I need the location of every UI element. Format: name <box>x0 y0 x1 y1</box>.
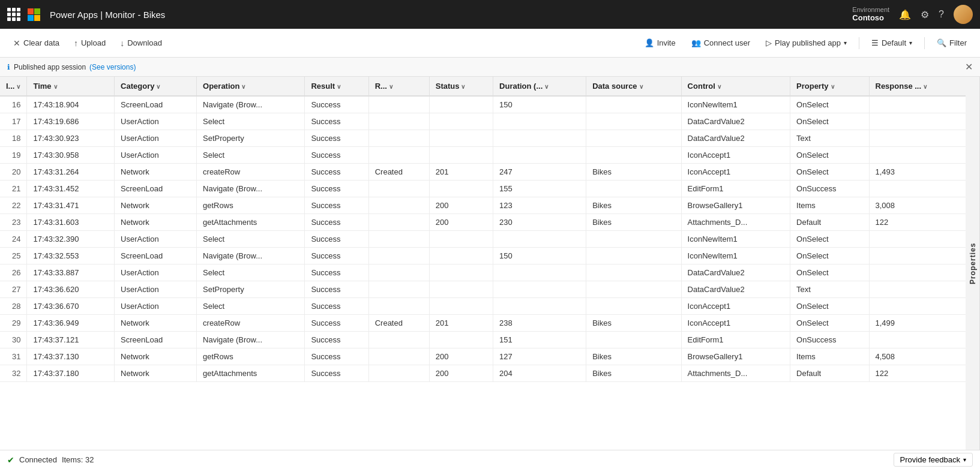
cell-status: 200 <box>429 348 493 365</box>
col-header-control[interactable]: Control∨ <box>681 77 790 96</box>
table-row[interactable]: 2317:43:31.603NetworkgetAttachmentsSucce… <box>0 214 966 231</box>
session-close-icon[interactable]: ✕ <box>965 61 973 73</box>
cell-duration: 247 <box>493 164 586 181</box>
col-header-duration[interactable]: Duration (...∨ <box>493 77 586 96</box>
col-header-r[interactable]: R...∨ <box>368 77 429 96</box>
cell-time: 17:43:30.923 <box>27 130 115 147</box>
filter-icon: 🔍 <box>937 38 946 47</box>
cell-id: 28 <box>0 298 27 315</box>
cell-operation: Navigate (Brow... <box>197 332 305 348</box>
cell-datasource: Bikes <box>586 348 681 365</box>
table-row[interactable]: 3217:43:37.180NetworkgetAttachmentsSucce… <box>0 365 966 382</box>
avatar[interactable] <box>954 5 973 24</box>
col-header-datasource[interactable]: Data source∨ <box>586 77 681 96</box>
table-row[interactable]: 3117:43:37.130NetworkgetRowsSuccess20012… <box>0 348 966 365</box>
cell-datasource: Bikes <box>586 197 681 214</box>
table-row[interactable]: 2617:43:33.887UserActionSelectSuccessDat… <box>0 264 966 281</box>
cell-id: 23 <box>0 214 27 231</box>
cell-category: UserAction <box>115 264 197 281</box>
filter-button[interactable]: 🔍 Filter <box>931 36 973 50</box>
cell-operation: Navigate (Brow... <box>197 96 305 113</box>
connect-user-button[interactable]: 👥 Connect user <box>685 36 756 50</box>
connected-label: Connected <box>19 455 57 464</box>
table-row[interactable]: 1817:43:30.923UserActionSetPropertySucce… <box>0 130 966 147</box>
cell-id: 30 <box>0 332 27 348</box>
cell-response: 1,493 <box>869 164 966 181</box>
cell-datasource <box>586 96 681 113</box>
cell-response <box>869 231 966 248</box>
table-row[interactable]: 1917:43:30.958UserActionSelectSuccessIco… <box>0 147 966 164</box>
cell-property: OnSelect <box>790 298 869 315</box>
notification-bell-icon[interactable]: 🔔 <box>899 9 911 20</box>
cell-datasource <box>586 147 681 164</box>
upload-button[interactable]: ↑ Upload <box>68 36 112 50</box>
cell-duration <box>493 113 586 130</box>
cell-category: Network <box>115 315 197 332</box>
cell-control: DataCardValue2 <box>681 130 790 147</box>
table-row[interactable]: 2717:43:36.620UserActionSetPropertySucce… <box>0 281 966 298</box>
table-row[interactable]: 2817:43:36.670UserActionSelectSuccessIco… <box>0 298 966 315</box>
see-versions-link[interactable]: (See versions) <box>89 63 136 71</box>
play-published-app-button[interactable]: ▷ Play published app ▾ <box>760 36 853 50</box>
col-header-status[interactable]: Status∨ <box>429 77 493 96</box>
col-header-category[interactable]: Category∨ <box>115 77 197 96</box>
table-row[interactable]: 2017:43:31.264NetworkcreateRowSuccessCre… <box>0 164 966 181</box>
cell-control: EditForm1 <box>681 332 790 348</box>
cell-datasource: Bikes <box>586 365 681 382</box>
provide-feedback-button[interactable]: Provide feedback ▾ <box>894 453 973 467</box>
cell-operation: getRows <box>197 197 305 214</box>
top-bar-right: Environment Contoso 🔔 ⚙ ? <box>852 5 973 24</box>
col-label: I... <box>6 82 14 91</box>
col-header-response[interactable]: Response ...∨ <box>869 77 966 96</box>
cell-result: Success <box>305 365 368 382</box>
cell-response <box>869 298 966 315</box>
table-row[interactable]: 3017:43:37.121ScreenLoadNavigate (Brow..… <box>0 332 966 348</box>
clear-data-button[interactable]: ✕ Clear data <box>7 36 65 50</box>
col-label: Category <box>121 82 154 91</box>
invite-button[interactable]: 👤 Invite <box>639 36 682 50</box>
download-button[interactable]: ↓ Download <box>114 36 168 50</box>
cell-response <box>869 181 966 197</box>
cell-id: 17 <box>0 113 27 130</box>
col-label: Data source <box>592 82 637 91</box>
table-row[interactable]: 1617:43:18.904ScreenLoadNavigate (Brow..… <box>0 96 966 113</box>
table-row[interactable]: 2517:43:32.553ScreenLoadNavigate (Brow..… <box>0 248 966 264</box>
col-header-id[interactable]: I...∨ <box>0 77 27 96</box>
cell-duration: 151 <box>493 332 586 348</box>
cell-id: 27 <box>0 281 27 298</box>
col-header-result[interactable]: Result∨ <box>305 77 368 96</box>
cell-control: IconNewItem1 <box>681 248 790 264</box>
cell-control: DataCardValue2 <box>681 113 790 130</box>
cell-property: OnSelect <box>790 164 869 181</box>
cell-operation: Select <box>197 298 305 315</box>
cell-datasource: Bikes <box>586 164 681 181</box>
connect-user-icon: 👥 <box>691 38 701 47</box>
cell-property: OnSelect <box>790 264 869 281</box>
cell-datasource <box>586 281 681 298</box>
cell-duration <box>493 231 586 248</box>
cell-status <box>429 96 493 113</box>
default-button[interactable]: ☰ Default ▾ <box>865 36 918 50</box>
table-row[interactable]: 1717:43:19.686UserActionSelectSuccessDat… <box>0 113 966 130</box>
col-header-time[interactable]: Time∨ <box>27 77 115 96</box>
cell-category: Network <box>115 365 197 382</box>
col-header-operation[interactable]: Operation∨ <box>197 77 305 96</box>
properties-panel[interactable]: Properties <box>966 77 980 450</box>
table-row[interactable]: 2917:43:36.949NetworkcreateRowSuccessCre… <box>0 315 966 332</box>
settings-gear-icon[interactable]: ⚙ <box>921 9 929 20</box>
col-header-property[interactable]: Property∨ <box>790 77 869 96</box>
cell-response <box>869 147 966 164</box>
data-table-container[interactable]: I...∨Time∨Category∨Operation∨Result∨R...… <box>0 77 966 450</box>
cell-response: 122 <box>869 365 966 382</box>
table-row[interactable]: 2417:43:32.390UserActionSelectSuccessIco… <box>0 231 966 248</box>
cell-operation: SetProperty <box>197 281 305 298</box>
cell-status <box>429 248 493 264</box>
help-icon[interactable]: ? <box>939 9 944 20</box>
sort-icon: ∨ <box>156 83 160 90</box>
waffle-icon[interactable] <box>7 8 20 21</box>
table-row[interactable]: 2117:43:31.452ScreenLoadNavigate (Brow..… <box>0 181 966 197</box>
cell-time: 17:43:32.390 <box>27 231 115 248</box>
cell-control: BrowseGallery1 <box>681 197 790 214</box>
table-row[interactable]: 2217:43:31.471NetworkgetRowsSuccess20012… <box>0 197 966 214</box>
cell-datasource <box>586 264 681 281</box>
